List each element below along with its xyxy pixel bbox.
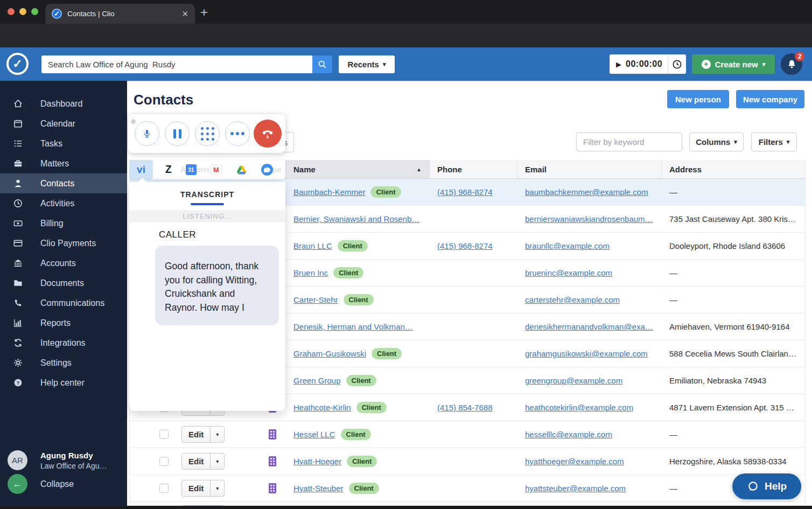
clio-logo[interactable]: ✓ (6, 53, 29, 75)
hold-call-button[interactable] (165, 121, 190, 146)
user-profile[interactable]: AR Agung Rusdy Law Office of Agu… (8, 450, 107, 470)
new-tab-button[interactable]: + (200, 4, 208, 20)
sidebar-collapse[interactable]: ← Collapse (8, 474, 74, 494)
edit-dropdown-icon[interactable]: ▾ (210, 454, 224, 469)
sidebar-item-activities[interactable]: Activities (0, 193, 127, 213)
column-header-address[interactable]: Address (662, 160, 805, 178)
phone-link[interactable]: (415) 968-8274 (437, 241, 493, 250)
email-link[interactable]: baumbachkemmer@example.com (525, 187, 648, 197)
integration-strip: vi Z 31 M (129, 160, 285, 179)
contact-name-link[interactable]: Hyatt-Hoeger (293, 457, 341, 466)
sort-asc-icon: ▲ (416, 166, 422, 172)
browser-tab[interactable]: ✓ Contacts | Clio ✕ (45, 4, 195, 24)
search-button[interactable] (312, 55, 332, 73)
filters-dropdown[interactable]: Filters ▾ (751, 133, 797, 151)
edit-button[interactable]: Edit▾ (181, 480, 225, 497)
zoom-window-button[interactable] (31, 8, 38, 15)
columns-dropdown[interactable]: Columns ▾ (689, 133, 744, 151)
call-widget-disable-icon[interactable]: ⊘ (129, 117, 137, 125)
dialpad-button[interactable] (195, 121, 220, 146)
email-link[interactable]: braunllc@example.com (525, 241, 610, 250)
sidebar-item-dashboard[interactable]: Dashboard (0, 94, 127, 114)
more-options-button[interactable] (225, 121, 250, 146)
email-link[interactable]: hyattsteuber@example.com (525, 484, 626, 493)
folder-icon (13, 278, 23, 288)
phone-link[interactable]: (415) 854-7688 (437, 403, 493, 412)
sidebar-item-communications[interactable]: Communications (0, 293, 127, 313)
gmail-icon[interactable]: M (211, 165, 222, 175)
email-link[interactable]: hesselllc@example.com (525, 430, 612, 439)
chat-app-icon[interactable] (261, 164, 273, 176)
email-link[interactable]: grahamgusikowski@example.com (525, 349, 648, 358)
row-checkbox[interactable] (159, 484, 169, 493)
create-new-button[interactable]: + Create new ▾ (692, 54, 775, 74)
help-button[interactable]: Help (732, 473, 801, 499)
sidebar-item-tasks[interactable]: Tasks (0, 134, 127, 154)
address-cell: — (662, 295, 805, 304)
contact-name-link[interactable]: Heathcote-Kirlin (293, 403, 351, 412)
sidebar-item-label: Billing (40, 219, 64, 228)
google-calendar-icon[interactable]: 31 (186, 164, 197, 175)
sidebar-item-calendar[interactable]: Calendar (0, 114, 127, 134)
global-search-input[interactable] (41, 55, 312, 73)
contact-name-link[interactable]: Bruen Inc (293, 268, 328, 277)
contact-name-link[interactable]: Green Group (293, 376, 341, 385)
contact-name-link[interactable]: Bernier, Swaniawski and Rosenb… (293, 214, 419, 224)
email-link[interactable]: carterstehr@example.com (525, 295, 620, 304)
contact-name-link[interactable]: Carter-Stehr (293, 295, 338, 304)
timer-widget[interactable]: ▶ 00:00:00 (610, 54, 686, 74)
recents-dropdown[interactable]: Recents ▾ (339, 55, 395, 73)
sidebar-item-help-center[interactable]: ?Help center (0, 373, 127, 393)
edit-button[interactable]: Edit▾ (181, 426, 225, 443)
email-link[interactable]: bernierswaniawskiandrosenbaum… (525, 214, 653, 224)
sidebar-item-label: Accounts (40, 259, 76, 268)
contact-name-link[interactable]: Denesik, Herman and Volkman… (293, 322, 413, 331)
email-link[interactable]: brueninc@example.com (525, 268, 612, 277)
contact-name-link[interactable]: Braun LLC (293, 241, 332, 250)
sidebar-item-settings[interactable]: Settings (0, 353, 127, 373)
sidebar-item-clio-payments[interactable]: Clio Payments (0, 233, 127, 253)
phone-link[interactable]: (415) 968-8274 (437, 187, 493, 197)
row-checkbox[interactable] (159, 457, 169, 466)
zendesk-icon[interactable]: Z (165, 163, 172, 176)
contact-name-link[interactable]: Hyatt-Steuber (293, 484, 344, 493)
end-call-button[interactable] (254, 120, 282, 148)
end-call-icon (261, 127, 275, 140)
sidebar-item-reports[interactable]: Reports (0, 313, 127, 333)
column-header-phone[interactable]: Phone (430, 160, 517, 178)
column-header-email[interactable]: Email (517, 160, 662, 178)
edit-dropdown-icon[interactable]: ▾ (210, 480, 224, 496)
edit-button[interactable]: Edit▾ (181, 453, 225, 470)
timer-play-icon[interactable]: ▶ (616, 60, 621, 68)
email-link[interactable]: heathcotekirlin@example.com (525, 403, 633, 412)
mute-microphone-button[interactable] (135, 121, 159, 146)
google-drive-icon[interactable] (236, 164, 247, 176)
contact-name-link[interactable]: Hessel LLC (293, 430, 335, 439)
sidebar-item-billing[interactable]: Billing (0, 213, 127, 233)
edit-dropdown-icon[interactable]: ▾ (210, 427, 224, 442)
sidebar-item-integrations[interactable]: Integrations (0, 333, 127, 353)
minimize-window-button[interactable] (19, 8, 26, 15)
transcript-tab[interactable]: TRANSCRIPT (129, 182, 285, 199)
sidebar-item-accounts[interactable]: Accounts (0, 253, 127, 273)
email-link[interactable]: denesikhermanandvolkman@exa… (525, 322, 653, 331)
email-link[interactable]: greengroup@example.com (525, 376, 622, 385)
new-company-button[interactable]: New company (736, 90, 804, 108)
email-link[interactable]: hyatthoeger@example.com (525, 457, 624, 466)
timer-clock-icon[interactable] (668, 59, 686, 69)
vi-transcription-tab[interactable]: vi (129, 160, 153, 179)
filter-keyword-input[interactable] (576, 133, 682, 151)
new-person-button[interactable]: New person (667, 90, 729, 108)
contact-name-link[interactable]: Graham-Gusikowski (293, 349, 366, 358)
tab-close-icon[interactable]: ✕ (181, 9, 188, 19)
sidebar-item-matters[interactable]: Matters (0, 154, 127, 173)
address-cell: Emiliaton, Nebraska 74943 (662, 376, 805, 385)
close-window-button[interactable] (8, 8, 15, 15)
collapse-arrow-icon[interactable]: ← (8, 474, 27, 494)
column-header-name[interactable]: Name ▲ (286, 160, 430, 178)
sidebar-item-contacts[interactable]: Contacts (0, 173, 127, 193)
contact-name-link[interactable]: Baumbach-Kemmer (293, 187, 365, 197)
address-cell: 588 Cecelia Mews South Clairlan… (662, 349, 805, 358)
row-checkbox[interactable] (159, 430, 169, 439)
sidebar-item-documents[interactable]: Documents (0, 273, 127, 293)
